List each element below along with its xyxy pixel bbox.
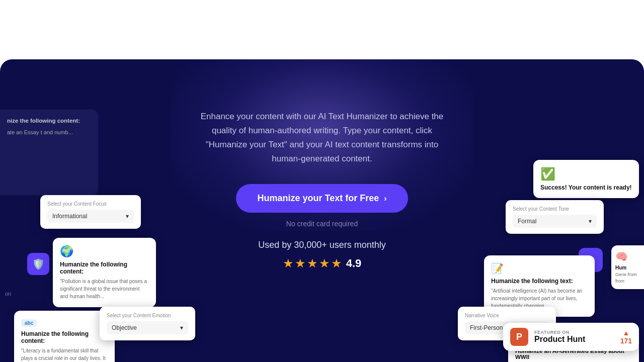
partial-left-text: on <box>0 291 11 297</box>
product-hunt-text: FEATURED ON Product Hunt <box>534 330 614 344</box>
select-focus-chevron: ▾ <box>126 213 129 220</box>
gene-partial-name: Gene from <box>615 272 640 278</box>
gene-partial-sub: from <box>615 278 640 285</box>
ai-card-title: Humanize the following text: <box>491 278 588 285</box>
success-title: Success! Your content is ready! <box>540 184 632 191</box>
card-select-focus[interactable]: Select your Content Focus Informational … <box>40 195 141 229</box>
top-white-area <box>0 0 644 59</box>
narrative-value: First-Person <box>470 324 503 331</box>
cta-arrow-icon: › <box>384 194 386 203</box>
product-hunt-logo: P <box>510 328 528 346</box>
rating-value: 4.9 <box>346 257 362 270</box>
card-success: ✅ Success! Your content is ready! <box>533 160 639 198</box>
cta-label: Humanize your Text for Free <box>257 193 379 204</box>
card-gene-partial: 🧠 Hum Gene from from <box>611 245 644 289</box>
select-focus-value: Informational <box>52 213 87 220</box>
rating-row: ★★★★★ 4.9 <box>191 256 453 270</box>
pollution-card-title: Humanize the following content: <box>60 261 149 275</box>
pollution-card-body: "Pollution is a global issue that poses … <box>60 278 149 300</box>
dark-card-title: nize the following content: <box>7 117 91 125</box>
select-tone-chevron: ▾ <box>589 218 592 225</box>
shield-icon-card: 🛡️ <box>27 253 49 275</box>
product-hunt-badge[interactable]: P FEATURED ON Product Hunt ▲ 171 <box>503 323 639 351</box>
product-hunt-title: Product Hunt <box>534 335 614 344</box>
select-tone-label: Select your Content Tone <box>513 206 597 212</box>
success-checkmark-icon: ✅ <box>540 167 632 181</box>
star-icons: ★★★★★ <box>283 256 343 270</box>
gene-partial-title: Hum <box>615 264 640 272</box>
abc-card-title: Humanize the following content: <box>21 330 108 344</box>
brain-icon: 🧠 <box>615 250 640 262</box>
humanize-cta-button[interactable]: Humanize your Text for Free › <box>236 184 408 213</box>
select-emotion-dropdown[interactable]: Objective ▾ <box>107 321 188 334</box>
pencil-icon: 📝 <box>491 262 588 275</box>
dark-card-body: ate an Essay t and numb... <box>7 128 91 137</box>
select-emotion-label: Select your Content Emotion <box>107 313 188 318</box>
card-dark-partial-left: nize the following content: ate an Essay… <box>0 110 98 195</box>
hero-section: Enhance your content with our AI Text Hu… <box>0 59 644 362</box>
select-emotion-chevron: ▾ <box>180 324 183 331</box>
narrative-label: Narrative Voice <box>465 313 549 318</box>
product-hunt-arrow-icon: ▲ <box>622 329 629 337</box>
hero-center: Enhance your content with our AI Text Hu… <box>191 59 453 270</box>
select-tone-value: Formal <box>518 218 536 225</box>
users-count-text: Used by 30,000+ users monthly <box>191 240 453 250</box>
card-select-emotion[interactable]: Select your Content Emotion Objective ▾ <box>100 307 195 340</box>
hero-description: Enhance your content with our AI Text Hu… <box>191 110 453 166</box>
select-tone-dropdown[interactable]: Formal ▾ <box>513 215 597 228</box>
product-hunt-number: 171 <box>620 337 632 345</box>
product-hunt-count: ▲ 171 <box>620 329 632 345</box>
card-select-tone[interactable]: Select your Content Tone Formal ▾ <box>506 200 604 234</box>
abc-card-body: "Literacy is a fundamental skill that pl… <box>21 347 108 362</box>
product-hunt-featured-label: FEATURED ON <box>534 330 614 335</box>
card-humanize-pollution: 🌍 Humanize the following content: "Pollu… <box>53 238 156 307</box>
no-credit-text: No credit card required <box>191 220 453 228</box>
shield-icon: 🛡️ <box>32 258 45 270</box>
abc-badge: abc <box>21 319 37 327</box>
select-focus-label: Select your Content Focus <box>47 201 134 207</box>
select-emotion-value: Objective <box>112 324 137 331</box>
globe-icon: 🌍 <box>60 245 149 258</box>
select-focus-dropdown[interactable]: Informational ▾ <box>47 210 134 223</box>
